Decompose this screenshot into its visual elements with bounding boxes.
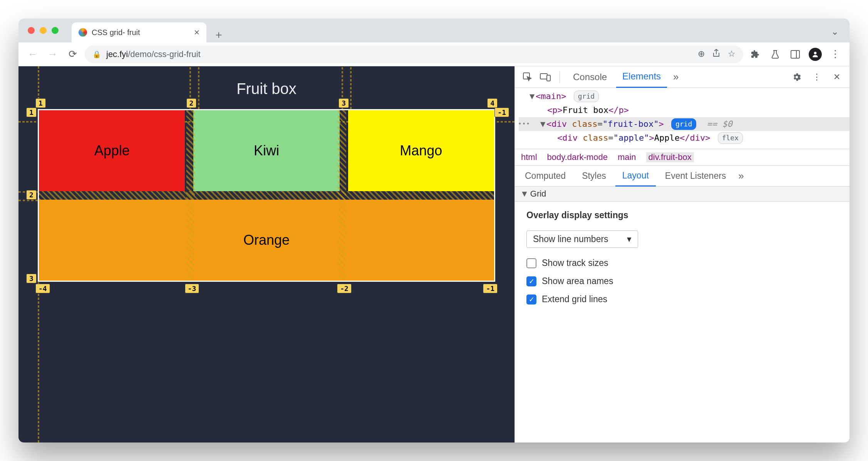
- close-tab-button[interactable]: ×: [194, 27, 199, 38]
- new-tab-button[interactable]: ＋: [211, 27, 226, 42]
- traffic-lights: [28, 27, 59, 34]
- grid-cell-kiwi: Kiwi: [193, 110, 339, 191]
- profile-button[interactable]: [807, 46, 823, 62]
- more-tabs-button[interactable]: »: [673, 71, 679, 83]
- browser-toolbar: ← → ⟳ 🔒 jec.fyi/demo/css-grid-fruit ⊕ ☆: [18, 42, 850, 66]
- page-title: Fruit box: [18, 66, 514, 109]
- grid-line-badge: -2: [337, 284, 352, 293]
- zoom-icon[interactable]: ⊕: [698, 49, 705, 60]
- selected-element-row[interactable]: ▼<div class="fruit-box"> grid == $0: [519, 117, 850, 131]
- line-numbers-select[interactable]: Show line numbers ▾: [526, 230, 638, 248]
- tab-styles[interactable]: Styles: [575, 166, 613, 187]
- close-devtools-button[interactable]: ✕: [829, 70, 844, 84]
- checkbox-track-sizes[interactable]: [526, 258, 536, 268]
- grid-cell-orange: Orange: [39, 200, 494, 281]
- flex-badge[interactable]: flex: [718, 132, 743, 144]
- tab-strip: CSS grid- fruit × ＋ ⌄: [18, 19, 850, 42]
- back-button[interactable]: ←: [25, 46, 41, 62]
- tab-computed[interactable]: Computed: [518, 166, 573, 187]
- settings-button[interactable]: [789, 70, 804, 84]
- address-bar[interactable]: 🔒 jec.fyi/demo/css-grid-fruit ⊕ ☆: [85, 45, 743, 63]
- grid-line-badge: 3: [26, 274, 37, 283]
- minimize-window-button[interactable]: [40, 27, 47, 34]
- svg-rect-0: [791, 50, 799, 58]
- browser-tab[interactable]: CSS grid- fruit ×: [72, 22, 206, 42]
- checkbox-extend-lines[interactable]: ✓: [526, 294, 536, 305]
- breadcrumb-item[interactable]: main: [618, 152, 636, 162]
- grid-line-badge: 2: [26, 190, 37, 200]
- grid-section-header[interactable]: ▼Grid: [515, 187, 850, 202]
- grid-line-badge: -1: [483, 284, 498, 293]
- styles-tabstrip: Computed Styles Layout Event Listeners »: [515, 166, 850, 187]
- grid-line-badge: -3: [185, 284, 199, 293]
- breadcrumb-item[interactable]: div.fruit-box: [646, 152, 694, 162]
- forward-button[interactable]: →: [45, 46, 61, 62]
- maximize-window-button[interactable]: [52, 27, 59, 34]
- grid-cell-apple: Apple: [39, 110, 185, 191]
- tab-title: CSS grid- fruit: [92, 28, 140, 37]
- checkbox-area-names[interactable]: ✓: [526, 276, 536, 286]
- chevron-down-icon: ▾: [627, 234, 632, 244]
- reload-button[interactable]: ⟳: [65, 46, 81, 62]
- favicon-icon: [79, 28, 87, 37]
- device-toolbar-button[interactable]: [538, 70, 553, 84]
- more-style-tabs-button[interactable]: »: [738, 170, 744, 182]
- grid-badge[interactable]: grid: [574, 91, 599, 102]
- grid-line-badge: 1: [35, 98, 46, 108]
- elements-breadcrumbs[interactable]: html body.dark-mode main div.fruit-box: [515, 149, 850, 166]
- grid-line-badge: -4: [35, 284, 50, 293]
- grid-line-badge: 2: [186, 98, 197, 108]
- labs-button[interactable]: [767, 46, 783, 62]
- tab-layout[interactable]: Layout: [615, 166, 656, 187]
- svg-point-2: [814, 52, 817, 54]
- tab-event-listeners[interactable]: Event Listeners: [658, 166, 733, 187]
- overlay-settings-heading: Overlay display settings: [526, 210, 838, 220]
- page-viewport: Fruit box 1 2 3 4 1 2 3 -1 -4 -3 -2 -1: [18, 66, 514, 442]
- inspect-element-button[interactable]: [520, 70, 535, 84]
- devtools-panel: Console Elements » ⋮ ✕ ▼<main> grid <p>: [514, 66, 850, 442]
- grid-badge-active[interactable]: grid: [671, 118, 696, 130]
- close-window-button[interactable]: [28, 27, 35, 34]
- grid-line-badge: 1: [26, 108, 37, 117]
- devtools-toolbar: Console Elements » ⋮ ✕: [515, 66, 850, 88]
- browser-menu-button[interactable]: ⋮: [827, 46, 843, 62]
- lock-icon: 🔒: [92, 50, 101, 59]
- extensions-button[interactable]: [747, 46, 763, 62]
- breadcrumb-item[interactable]: body.dark-mode: [547, 152, 608, 162]
- grid-line-badge: 4: [487, 98, 498, 108]
- elements-tree[interactable]: ▼<main> grid <p>Fruit box</p> ▼<div clas…: [515, 88, 850, 149]
- devtools-menu-button[interactable]: ⋮: [809, 70, 824, 84]
- grid-line-badge: 3: [338, 98, 349, 108]
- breadcrumb-item[interactable]: html: [521, 152, 537, 162]
- svg-rect-4: [540, 74, 547, 79]
- fruit-grid: Apple Kiwi Mango Orange: [38, 109, 495, 282]
- grid-cell-mango: Mango: [348, 110, 494, 191]
- label-track-sizes: Show track sizes: [542, 258, 608, 268]
- share-icon[interactable]: [712, 49, 720, 60]
- grid-overlay: 1 2 3 4 1 2 3 -1 -4 -3 -2 -1: [38, 109, 495, 282]
- layout-panel: Overlay display settings Show line numbe…: [515, 202, 850, 321]
- label-extend-lines: Extend grid lines: [542, 294, 607, 305]
- url-text: jec.fyi/demo/css-grid-fruit: [106, 49, 201, 59]
- sidepanel-button[interactable]: [787, 46, 803, 62]
- grid-line-badge: -1: [494, 108, 509, 117]
- label-area-names: Show area names: [542, 276, 613, 286]
- tab-console[interactable]: Console: [567, 66, 613, 88]
- tab-elements[interactable]: Elements: [616, 66, 667, 88]
- svg-rect-5: [547, 75, 550, 81]
- tab-list-button[interactable]: ⌄: [831, 26, 839, 37]
- bookmark-icon[interactable]: ☆: [728, 49, 736, 60]
